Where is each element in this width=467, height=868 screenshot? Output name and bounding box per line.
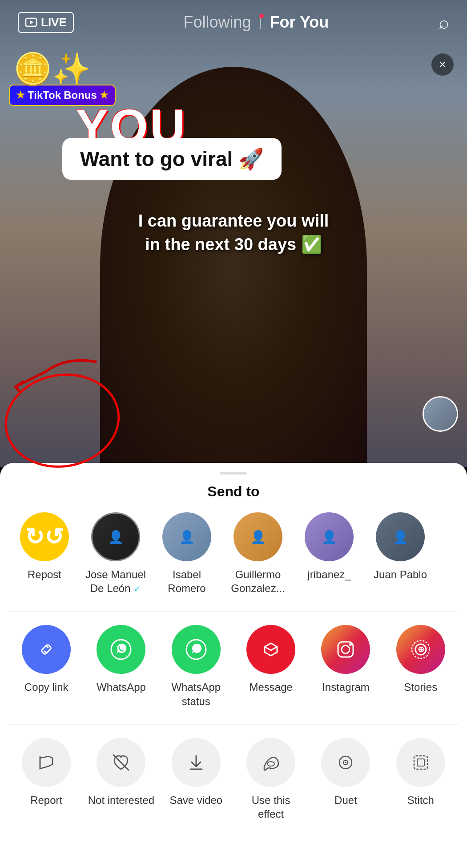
viral-bubble: Want to go viral 🚀	[62, 138, 282, 180]
instagram-icon	[321, 625, 370, 674]
duet-label: Duet	[334, 793, 357, 807]
contact-juanpablo[interactable]: 👤 Juan Pablo	[365, 512, 436, 581]
report-label: Report	[30, 793, 62, 807]
use-effect-label: Use this effect	[238, 793, 304, 821]
guarantee-text: I can guarantee you willin the next 30 d…	[0, 209, 467, 256]
svg-point-8	[349, 643, 352, 646]
share-sheet: Send to ↻↺ Repost 👤 Jose ManuelDe León ✓…	[0, 463, 467, 868]
svg-marker-3	[265, 643, 277, 656]
jose-avatar: 👤	[91, 512, 140, 561]
duet-icon	[321, 738, 370, 787]
copy-link-label: Copy link	[24, 680, 68, 694]
jribanez-name: jribanez_	[307, 568, 350, 581]
nav-tabs: Following For You	[184, 13, 329, 32]
not-interested-label: Not interested	[88, 793, 154, 807]
live-button[interactable]: LIVE	[18, 12, 74, 33]
juanpablo-avatar: 👤	[376, 512, 425, 561]
stitch-icon	[396, 738, 445, 787]
use-effect-icon	[246, 738, 295, 787]
video-area: LIVE Following For You ⌕ 🪙✨ ★ TikTok Bon…	[0, 0, 467, 467]
svg-line-4	[265, 647, 271, 650]
svg-line-5	[271, 647, 277, 650]
guillermo-name: GuillermoGonzalez...	[231, 568, 285, 595]
juanpablo-name: Juan Pablo	[374, 568, 427, 581]
jribanez-avatar: 👤	[305, 512, 354, 561]
more-use-effect[interactable]: Use this effect	[238, 738, 304, 821]
action-instagram[interactable]: Instagram	[312, 625, 379, 694]
action-message[interactable]: Message	[238, 625, 304, 694]
repost-label: Repost	[28, 568, 61, 581]
action-copy-link[interactable]: Copy link	[13, 625, 80, 694]
action-whatsapp-status[interactable]: WhatsApp status	[163, 625, 229, 708]
contact-jribanez[interactable]: 👤 jribanez_	[294, 512, 365, 581]
contacts-row: ↻↺ Repost 👤 Jose ManuelDe León ✓ 👤 Isabe…	[0, 512, 467, 595]
contact-guillermo[interactable]: 👤 GuillermoGonzalez...	[222, 512, 294, 595]
action-whatsapp[interactable]: WhatsApp	[88, 625, 154, 694]
contact-isabel[interactable]: 👤 IsabelRomero	[151, 512, 222, 595]
separator-1	[9, 611, 458, 612]
whatsapp-status-label: WhatsApp status	[163, 680, 229, 708]
more-stitch[interactable]: Stitch	[387, 738, 454, 807]
more-save-video[interactable]: Save video	[163, 738, 229, 807]
coins-emoji: 🪙✨	[13, 53, 116, 85]
guillermo-avatar: 👤	[234, 512, 282, 561]
more-duet[interactable]: Duet	[312, 738, 379, 807]
save-video-icon	[172, 738, 221, 787]
jose-name: Jose ManuelDe León ✓	[85, 568, 146, 595]
actions-row: Copy link WhatsApp WhatsApp status	[0, 625, 467, 708]
repost-avatar: ↻↺	[20, 512, 69, 561]
more-not-interested[interactable]: Not interested	[88, 738, 154, 807]
whatsapp-icon	[97, 625, 145, 674]
more-row: Report Not interested Save video	[0, 738, 467, 821]
whatsapp-status-icon	[172, 625, 221, 674]
following-tab[interactable]: Following	[184, 13, 251, 32]
svg-point-16	[267, 762, 274, 766]
stories-icon: ⊕	[396, 625, 445, 674]
separator-2	[9, 724, 458, 725]
viral-text: Want to go viral 🚀	[80, 147, 264, 170]
isabel-name: IsabelRomero	[168, 568, 205, 595]
contact-jose[interactable]: 👤 Jose ManuelDe León ✓	[80, 512, 151, 595]
stories-label: Stories	[404, 680, 437, 694]
svg-rect-21	[417, 759, 424, 766]
svg-point-7	[342, 645, 350, 653]
svg-text:⊕: ⊕	[417, 645, 424, 654]
top-navigation: LIVE Following For You ⌕	[0, 0, 467, 45]
more-report[interactable]: Report	[13, 738, 80, 807]
isabel-avatar: 👤	[162, 512, 211, 561]
foryou-tab[interactable]: For You	[270, 13, 329, 32]
nav-divider	[260, 16, 261, 29]
action-stories[interactable]: ⊕ Stories	[387, 625, 454, 694]
report-icon	[22, 738, 71, 787]
search-button[interactable]: ⌕	[439, 12, 449, 32]
stitch-label: Stitch	[407, 793, 434, 807]
share-handle	[220, 472, 247, 475]
message-icon	[246, 625, 295, 674]
whatsapp-label: WhatsApp	[97, 680, 146, 694]
message-label: Message	[249, 680, 292, 694]
save-video-label: Save video	[169, 793, 222, 807]
copy-link-icon	[22, 625, 71, 674]
contact-repost[interactable]: ↻↺ Repost	[9, 512, 80, 581]
not-interested-icon	[97, 738, 145, 787]
send-to-title: Send to	[0, 483, 467, 500]
svg-point-19	[345, 762, 346, 763]
close-button[interactable]: ×	[431, 53, 454, 76]
svg-rect-20	[414, 756, 427, 769]
profile-avatar-video[interactable]	[423, 396, 458, 432]
instagram-label: Instagram	[322, 680, 370, 694]
